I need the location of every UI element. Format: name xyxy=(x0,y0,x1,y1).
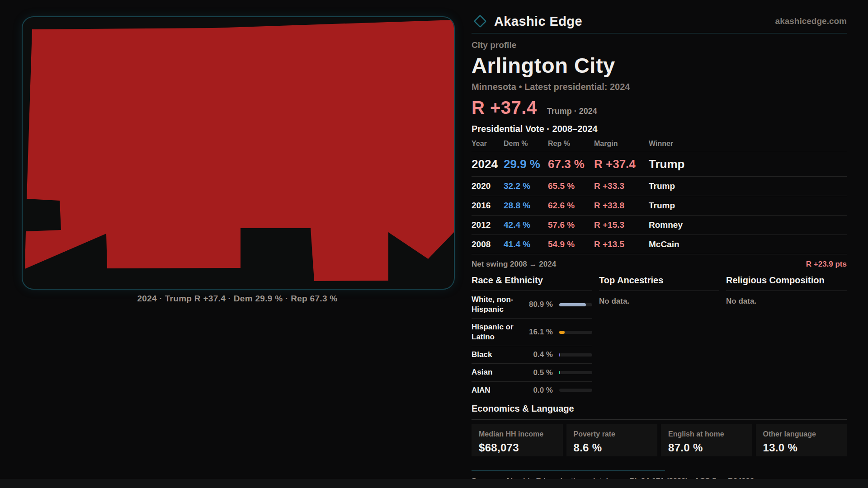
stat-card-value: 87.0 % xyxy=(668,441,752,454)
cell-winner: Trump xyxy=(649,201,847,211)
brand-name: Akashic Edge xyxy=(494,14,582,29)
vote-table: Year Dem % Rep % Margin Winner 202429.9 … xyxy=(472,140,847,254)
stat-card-value: $68,073 xyxy=(479,441,563,454)
stat-card: Median HH income$68,073 xyxy=(472,424,563,456)
stat-card-label: Median HH income xyxy=(479,430,563,438)
footer-divider xyxy=(472,470,665,471)
cell-dem: 32.2 % xyxy=(504,181,548,191)
cell-margin: R +37.4 xyxy=(594,157,649,171)
cell-dem: 41.4 % xyxy=(504,239,548,249)
cell-year: 2020 xyxy=(472,181,504,191)
cell-margin: R +15.3 xyxy=(594,220,649,230)
ancestries-section-title: Top Ancestries xyxy=(599,275,719,291)
col-winner: Winner xyxy=(649,140,847,152)
vote-table-rows: 202429.9 %67.3 %R +37.4Trump202032.2 %65… xyxy=(472,152,847,254)
bottom-window-edge xyxy=(0,479,868,488)
headline-margin-value: R +37.4 xyxy=(472,98,537,118)
net-swing-row: Net swing 2008 → 2024 R +23.9 pts xyxy=(472,254,847,273)
headline-margin-row: R +37.4 Trump · 2024 xyxy=(472,98,847,118)
race-label: Black xyxy=(472,350,525,360)
race-bar-fill xyxy=(559,331,565,334)
stat-card-value: 13.0 % xyxy=(763,441,847,454)
stat-card-value: 8.6 % xyxy=(574,441,658,454)
economics-stat-cards: Median HH income$68,073Poverty rate8.6 %… xyxy=(472,424,847,456)
race-bar-track xyxy=(559,303,592,306)
race-value: 0.0 % xyxy=(525,386,559,395)
vote-table-row: 202032.2 %65.5 %R +33.3Trump xyxy=(472,177,847,196)
cell-dem: 28.8 % xyxy=(504,201,548,211)
race-label: AIAN xyxy=(472,385,525,395)
cell-rep: 62.6 % xyxy=(548,201,594,211)
race-value: 16.1 % xyxy=(525,328,559,337)
stat-card-label: English at home xyxy=(668,430,752,438)
race-row: Hispanic or Latino16.1 % xyxy=(472,319,592,346)
race-row: Black0.4 % xyxy=(472,346,592,364)
race-section-title: Race & Ethnicity xyxy=(472,275,592,291)
city-profile-panel: Akashic Edge akashicedge.com City profil… xyxy=(472,0,847,488)
cell-rep: 67.3 % xyxy=(548,157,594,171)
diamond-logo-icon xyxy=(472,13,489,30)
religion-section-title: Religious Composition xyxy=(726,275,847,291)
brand-domain-link[interactable]: akashicedge.com xyxy=(775,16,847,26)
cell-winner: McCain xyxy=(649,239,847,249)
cell-rep: 54.9 % xyxy=(548,239,594,249)
religion-empty-state: No data. xyxy=(726,297,847,306)
race-row: White, non-Hispanic80.9 % xyxy=(472,291,592,319)
page-subtitle: Minnesota • Latest presidential: 2024 xyxy=(472,82,847,92)
map-canvas xyxy=(23,17,454,289)
city-boundary-polygon[interactable] xyxy=(25,20,454,281)
cell-dem: 42.4 % xyxy=(504,220,548,230)
economics-section-title: Economics & Language xyxy=(472,404,847,420)
race-ethnicity-section: Race & Ethnicity White, non-Hispanic80.9… xyxy=(472,275,592,399)
map-caption: 2024 · Trump R +37.4 · Dem 29.9 % · Rep … xyxy=(22,294,453,304)
race-label: Asian xyxy=(472,367,525,377)
ancestries-empty-state: No data. xyxy=(599,297,719,306)
col-margin: Margin xyxy=(594,140,649,152)
vote-table-title: Presidential Vote · 2008–2024 xyxy=(472,124,847,134)
col-rep: Rep % xyxy=(548,140,594,152)
demographics-columns: Race & Ethnicity White, non-Hispanic80.9… xyxy=(472,275,847,399)
cell-year: 2024 xyxy=(472,157,504,171)
cell-winner: Trump xyxy=(649,157,847,171)
race-rows: White, non-Hispanic80.9 %Hispanic or Lat… xyxy=(472,291,592,399)
cell-rep: 65.5 % xyxy=(548,181,594,191)
stat-card: Poverty rate8.6 % xyxy=(566,424,658,456)
col-dem: Dem % xyxy=(504,140,548,152)
race-label: White, non-Hispanic xyxy=(472,295,525,314)
net-swing-label: Net swing 2008 → 2024 xyxy=(472,260,556,269)
race-bar-fill xyxy=(559,353,560,357)
race-bar-fill xyxy=(559,371,560,374)
page-title: Arlington City xyxy=(472,53,847,78)
vote-table-row: 200841.4 %54.9 %R +13.5McCain xyxy=(472,235,847,254)
race-value: 80.9 % xyxy=(525,300,559,309)
cell-margin: R +33.3 xyxy=(594,181,649,191)
vote-table-row: 202429.9 %67.3 %R +37.4Trump xyxy=(472,152,847,177)
brand-header: Akashic Edge akashicedge.com xyxy=(472,13,847,30)
race-bar-track xyxy=(559,353,592,357)
cell-margin: R +33.8 xyxy=(594,201,649,211)
vote-table-row: 201628.8 %62.6 %R +33.8Trump xyxy=(472,196,847,216)
city-map[interactable] xyxy=(22,16,455,290)
cell-year: 2008 xyxy=(472,239,504,249)
race-label: Hispanic or Latino xyxy=(472,322,525,342)
cell-winner: Romney xyxy=(649,220,847,230)
cell-year: 2012 xyxy=(472,220,504,230)
race-row: AIAN0.0 % xyxy=(472,382,592,399)
col-year: Year xyxy=(472,140,504,152)
cell-rep: 57.6 % xyxy=(548,220,594,230)
cell-dem: 29.9 % xyxy=(504,157,548,171)
race-bar-fill xyxy=(559,303,586,306)
race-row: Asian0.5 % xyxy=(472,364,592,381)
race-value: 0.5 % xyxy=(525,368,559,377)
net-swing-value: R +23.9 pts xyxy=(806,260,847,269)
religion-section: Religious Composition No data. xyxy=(726,275,847,399)
stat-card-label: Other language xyxy=(763,430,847,438)
headline-margin-context: Trump · 2024 xyxy=(547,107,597,116)
cell-margin: R +13.5 xyxy=(594,239,649,249)
stat-card: English at home87.0 % xyxy=(661,424,752,456)
page-kicker: City profile xyxy=(472,40,847,50)
header-divider xyxy=(472,33,847,33)
vote-table-header: Year Dem % Rep % Margin Winner xyxy=(472,140,847,152)
cell-winner: Trump xyxy=(649,181,847,191)
race-bar-track xyxy=(559,389,592,392)
